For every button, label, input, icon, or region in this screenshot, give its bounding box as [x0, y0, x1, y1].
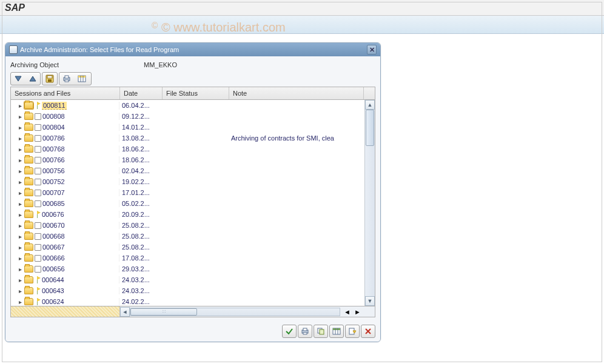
app-ribbon — [0, 16, 604, 34]
folder-icon — [24, 298, 33, 305]
expand-toggle[interactable]: ▸ — [17, 200, 23, 207]
hscroll-track[interactable]: ∷ — [130, 308, 340, 316]
row-checkbox[interactable] — [35, 146, 41, 153]
expand-toggle[interactable]: ▸ — [17, 190, 23, 196]
footer-export-button[interactable] — [345, 325, 360, 338]
expand-toggle[interactable]: ▸ — [17, 277, 23, 283]
table-row[interactable]: ▸00067620.09.2... — [11, 209, 364, 220]
expand-toggle[interactable]: ▸ — [17, 288, 23, 294]
table-row[interactable]: ▸00066825.08.2... — [11, 231, 364, 242]
tree-column-hscroll-area[interactable] — [11, 306, 120, 317]
collapse-all-button[interactable] — [27, 73, 39, 85]
scroll-left-button[interactable]: ◄ — [120, 307, 130, 317]
row-checkbox[interactable] — [35, 266, 41, 273]
layout-button[interactable] — [75, 73, 89, 85]
row-checkbox[interactable] — [35, 190, 41, 196]
table-row[interactable]: ▸00078613.08.2...Archiving of contracts … — [11, 133, 364, 144]
scroll-down-button[interactable]: ▼ — [365, 296, 375, 306]
expand-toggle[interactable]: ▸ — [17, 157, 23, 163]
table-row[interactable]: ▸00068505.02.2... — [11, 198, 364, 209]
table-row[interactable]: ▸00080414.01.2... — [11, 122, 364, 133]
col-header-sessions[interactable]: Sessions and Files — [11, 87, 120, 99]
row-checkbox[interactable] — [35, 157, 41, 164]
app-title: SAP — [5, 2, 25, 13]
row-checkbox[interactable] — [35, 135, 41, 142]
table-row[interactable]: ▸00066617.08.2... — [11, 253, 364, 263]
table-row[interactable]: ▸00081106.04.2... — [11, 100, 364, 111]
expand-toggle[interactable]: ▸ — [17, 233, 23, 239]
row-checkbox[interactable] — [35, 255, 41, 262]
expand-toggle[interactable]: ▸ — [17, 179, 23, 185]
scroll-right-button[interactable]: ◄ — [344, 308, 354, 316]
table-row[interactable]: ▸00075219.02.2... — [11, 176, 364, 187]
expand-all-button[interactable] — [12, 73, 24, 85]
folder-icon — [24, 189, 33, 196]
row-checkbox[interactable] — [35, 179, 41, 185]
expand-toggle[interactable]: ▸ — [17, 266, 23, 272]
expand-toggle[interactable]: ▸ — [17, 222, 23, 228]
grid-body-wrap: ▸00081106.04.2...▸00080809.12.2...▸00080… — [10, 100, 375, 306]
table-row[interactable]: ▸00070717.01.2... — [11, 187, 364, 198]
scrollbar-thumb[interactable] — [366, 110, 374, 146]
footer-print-button[interactable] — [298, 325, 312, 338]
print-icon — [301, 327, 309, 336]
expand-toggle[interactable]: ▸ — [17, 211, 23, 217]
grid-body[interactable]: ▸00081106.04.2...▸00080809.12.2...▸00080… — [11, 100, 364, 306]
table-row[interactable]: ▸00080809.12.2... — [11, 111, 364, 122]
dialog: Archive Administration: Select Files for… — [5, 42, 381, 342]
hscroll-thumb[interactable]: ∷ — [130, 308, 197, 316]
expand-toggle[interactable]: ▸ — [17, 299, 23, 305]
row-date: 24.03.2... — [119, 287, 162, 294]
table-row[interactable]: ▸00064324.03.2... — [11, 285, 364, 296]
col-header-date[interactable]: Date — [120, 87, 163, 99]
table-row[interactable]: ▸00062424.02.2... — [11, 296, 364, 306]
table-row[interactable]: ▸00065629.03.2... — [11, 263, 364, 274]
expand-toggle[interactable]: ▸ — [17, 102, 23, 108]
table-row[interactable]: ▸00075602.04.2... — [11, 165, 364, 176]
folder-icon — [24, 113, 33, 120]
expand-toggle[interactable]: ▸ — [17, 113, 23, 119]
save-button[interactable] — [44, 73, 56, 85]
svg-rect-9 — [78, 76, 86, 78]
row-checkbox[interactable] — [35, 233, 41, 240]
scroll-up-button[interactable]: ▲ — [365, 100, 375, 110]
row-checkbox[interactable] — [35, 168, 41, 174]
archiving-object-row: Archiving Object MM_EKKO — [10, 61, 375, 68]
expand-toggle[interactable]: ▸ — [17, 146, 23, 152]
row-checkbox[interactable] — [35, 222, 41, 229]
expand-toggle[interactable]: ▸ — [17, 255, 23, 261]
expand-toggle[interactable]: ▸ — [17, 244, 23, 250]
cancel-button[interactable] — [361, 325, 375, 338]
scroll-right-end-button[interactable]: ► — [354, 308, 364, 316]
expand-toggle[interactable]: ▸ — [17, 135, 23, 141]
horizontal-scrollbar[interactable]: ◄ ∷ — [120, 307, 340, 317]
table-row[interactable]: ▸00064424.03.2... — [11, 274, 364, 285]
dialog-titlebar[interactable]: Archive Administration: Select Files for… — [5, 43, 380, 56]
table-row[interactable]: ▸00067025.08.2... — [11, 220, 364, 231]
row-date: 18.06.2... — [119, 145, 162, 153]
vertical-scrollbar[interactable]: ▲ ▼ — [364, 100, 375, 306]
ok-button[interactable] — [282, 325, 297, 338]
close-button[interactable]: ✕ — [367, 45, 377, 55]
col-header-note[interactable]: Note — [229, 87, 364, 99]
row-checkbox[interactable] — [35, 124, 41, 131]
toolbar — [10, 72, 375, 85]
table-row[interactable]: ▸00066725.08.2... — [11, 242, 364, 253]
folder-icon — [24, 102, 33, 109]
footer-copy-button[interactable] — [314, 325, 328, 338]
print-button[interactable] — [61, 73, 73, 85]
horizontal-scroll-row: ◄ ∷ ◄ ► — [10, 306, 375, 317]
scrollbar-track[interactable] — [365, 110, 375, 296]
table-row[interactable]: ▸00076618.06.2... — [11, 154, 364, 165]
col-header-status[interactable]: File Status — [163, 87, 229, 99]
expand-toggle[interactable]: ▸ — [17, 168, 23, 174]
table-row[interactable]: ▸00076818.06.2... — [11, 144, 364, 154]
row-date: 13.08.2... — [119, 134, 162, 142]
folder-icon — [24, 200, 33, 207]
row-checkbox[interactable] — [35, 200, 41, 207]
export-icon — [348, 327, 357, 336]
row-checkbox[interactable] — [35, 113, 41, 120]
expand-toggle[interactable]: ▸ — [17, 124, 23, 130]
row-checkbox[interactable] — [35, 244, 41, 251]
footer-table-button[interactable] — [329, 325, 344, 338]
